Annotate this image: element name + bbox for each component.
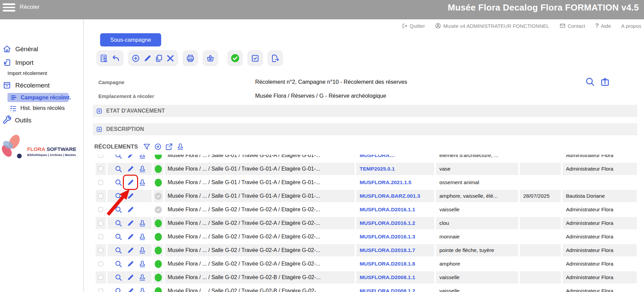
table-row: Musée Flora / ... / Salle G-02 / Travée … bbox=[96, 217, 637, 229]
view-icon[interactable] bbox=[114, 219, 122, 227]
stamp-all-button[interactable] bbox=[176, 143, 184, 151]
inventory-link[interactable]: MUSFLORA.D2008.1.2 bbox=[356, 285, 434, 292]
stamp-icon[interactable] bbox=[138, 233, 146, 241]
help-link[interactable]: ? Aide bbox=[595, 22, 611, 29]
sidebar-item-hist-biens-recoles[interactable]: Hist. biens récolés bbox=[10, 104, 65, 112]
row-checkbox[interactable] bbox=[98, 207, 103, 212]
delete-button[interactable] bbox=[166, 54, 175, 63]
inventory-link[interactable]: MUSFLORA.2021.1.5 bbox=[356, 176, 434, 189]
basket-button[interactable] bbox=[206, 54, 215, 63]
edit-icon[interactable] bbox=[126, 192, 134, 200]
view-icon[interactable] bbox=[114, 165, 122, 173]
row-designation: amphore bbox=[436, 258, 518, 270]
menu-icon[interactable] bbox=[3, 3, 15, 12]
filter-button[interactable] bbox=[143, 143, 151, 151]
sidebar-item-general[interactable]: Général bbox=[3, 45, 38, 53]
inventory-link[interactable]: MUSFLORA.D2016.1.1 bbox=[356, 203, 434, 216]
edit-icon[interactable] bbox=[126, 178, 134, 187]
expand-plus-icon[interactable] bbox=[96, 126, 102, 132]
view-icon[interactable] bbox=[114, 273, 122, 281]
row-author: Administrateur Flora bbox=[563, 231, 637, 243]
list-search-button[interactable] bbox=[100, 54, 109, 63]
stamp-icon[interactable] bbox=[138, 246, 146, 254]
row-checkbox[interactable] bbox=[98, 289, 103, 292]
inventory-link[interactable]: MUSFLORA.D2018.1.7 bbox=[356, 244, 434, 256]
section-description[interactable]: DESCRIPTION bbox=[93, 123, 637, 135]
add-button[interactable] bbox=[131, 54, 140, 63]
inventory-link[interactable]: MUSFLORA.BARZ.001.3 bbox=[356, 190, 434, 202]
row-checkbox[interactable] bbox=[98, 275, 103, 280]
inventory-link[interactable]: MUSFLORA.D2018.1.8 bbox=[356, 258, 434, 270]
inventory-link[interactable]: MUSFLORA.D2008.1.1 bbox=[356, 271, 434, 284]
row-checkbox[interactable] bbox=[98, 155, 103, 158]
stamp-icon[interactable] bbox=[138, 178, 146, 187]
export-button[interactable] bbox=[271, 54, 280, 63]
edit-icon[interactable] bbox=[126, 273, 134, 281]
section-etat-avancement[interactable]: ETAT D'AVANCEMENT bbox=[93, 105, 637, 117]
row-checkbox[interactable] bbox=[98, 261, 103, 266]
row-location: Musée Flora / ... / Salle G-01 / Travée … bbox=[165, 190, 355, 202]
stamp-icon[interactable] bbox=[138, 155, 146, 159]
validate-button[interactable] bbox=[231, 54, 240, 63]
view-icon[interactable] bbox=[114, 192, 122, 200]
status-done-icon bbox=[155, 219, 162, 227]
view-icon[interactable] bbox=[114, 233, 122, 241]
row-checkbox[interactable] bbox=[98, 167, 103, 171]
view-icon[interactable] bbox=[114, 155, 122, 159]
view-icon[interactable] bbox=[114, 246, 122, 254]
row-checkbox[interactable] bbox=[98, 234, 103, 239]
inventory-link[interactable]: MUSFLORA.D2016.1.3 bbox=[356, 231, 434, 243]
export-doc-icon bbox=[271, 54, 280, 63]
edit-icon[interactable] bbox=[126, 219, 134, 227]
edit-icon[interactable] bbox=[126, 287, 134, 292]
tab-sous-campagne[interactable]: Sous-campagne bbox=[100, 33, 161, 46]
edit-icon[interactable] bbox=[126, 206, 134, 214]
view-icon[interactable] bbox=[114, 260, 122, 268]
contact-link[interactable]: Contact bbox=[560, 23, 585, 29]
sidebar-item-recolement[interactable]: Récolement bbox=[3, 81, 50, 90]
archive-box-icon bbox=[3, 81, 11, 90]
view-icon[interactable] bbox=[114, 206, 122, 214]
inventory-link[interactable]: MUSFLORA.D2016.1.2 bbox=[356, 217, 434, 229]
edit-icon[interactable] bbox=[126, 260, 134, 268]
edit-icon[interactable] bbox=[126, 233, 134, 241]
row-checkbox[interactable] bbox=[98, 194, 103, 198]
edit-icon[interactable] bbox=[126, 155, 134, 159]
list-lines-icon bbox=[10, 94, 17, 101]
undo-button[interactable] bbox=[111, 54, 120, 63]
stamp-icon[interactable] bbox=[138, 219, 146, 227]
inventory-link[interactable]: TEMP2025.0.1 bbox=[356, 163, 434, 175]
search-button[interactable] bbox=[585, 77, 595, 87]
inventory-link[interactable]: MUSFLORA… bbox=[356, 155, 434, 161]
edit-button[interactable] bbox=[143, 54, 152, 63]
expand-plus-icon[interactable] bbox=[96, 108, 102, 114]
stamp-icon[interactable] bbox=[138, 165, 146, 173]
stamp-icon[interactable] bbox=[138, 273, 146, 281]
stamp-icon[interactable] bbox=[138, 287, 146, 292]
about-link[interactable]: A propos bbox=[621, 23, 641, 29]
row-checkbox[interactable] bbox=[98, 248, 103, 253]
stamp-icon[interactable] bbox=[138, 260, 146, 268]
sidebar-item-import-recolement[interactable]: Import récolement bbox=[7, 71, 47, 76]
view-icon[interactable] bbox=[114, 178, 122, 187]
edit-icon[interactable] bbox=[126, 165, 134, 173]
row-author: Administrateur Flora bbox=[563, 163, 637, 175]
export-up-button[interactable] bbox=[600, 77, 610, 87]
checkbox-button[interactable] bbox=[251, 54, 260, 63]
row-checkbox[interactable] bbox=[98, 180, 103, 185]
edit-icon[interactable] bbox=[126, 246, 134, 254]
view-icon[interactable] bbox=[114, 287, 122, 292]
row-checkbox[interactable] bbox=[98, 221, 103, 226]
user-icon bbox=[435, 23, 441, 29]
quit-link[interactable]: Quitter bbox=[402, 23, 425, 29]
open-external-button[interactable] bbox=[165, 143, 173, 151]
user-menu[interactable]: Musée v4 ADMINISTRATEUR FONCTIONNEL bbox=[435, 23, 549, 29]
print-button[interactable] bbox=[186, 54, 195, 63]
sidebar-item-campagne-recolmt[interactable]: Campagne récolmt. bbox=[7, 93, 69, 102]
status-done-icon bbox=[155, 260, 162, 268]
row-author: Administrateur Flora bbox=[563, 155, 637, 161]
add-recolement-button[interactable] bbox=[154, 143, 162, 151]
sidebar-item-outils[interactable]: Outils bbox=[2, 115, 32, 125]
sidebar-item-import[interactable]: Import bbox=[3, 58, 34, 67]
copy-button[interactable] bbox=[154, 54, 163, 63]
